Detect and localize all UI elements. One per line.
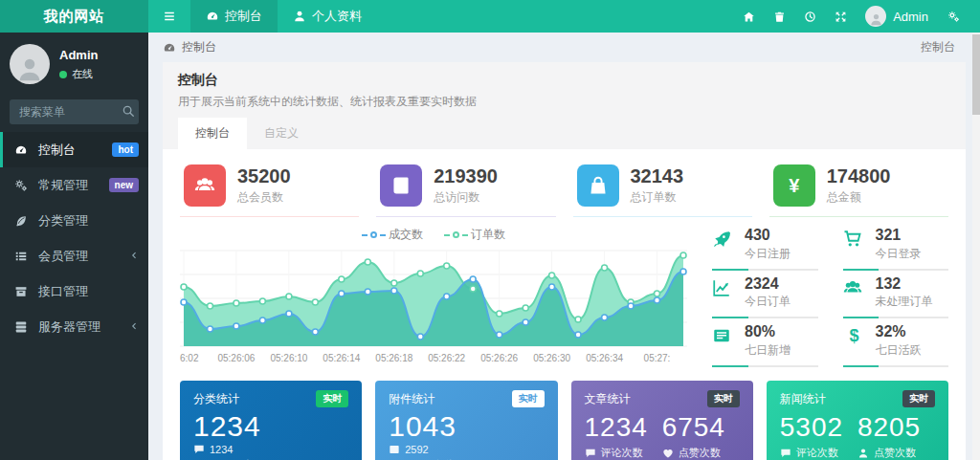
- mini-stat-inner: 132未处理订单: [843, 275, 949, 311]
- bottom-card-header: 新闻统计实时: [780, 390, 935, 407]
- comment-icon: [780, 448, 791, 459]
- realtime-badge: 实时: [512, 390, 545, 407]
- middle-row: 成交数订单数 6:0205:26:0605:26:1005:26:1405:26…: [180, 227, 948, 367]
- bottom-card-value: 8205: [858, 413, 935, 441]
- sidebar-item[interactable]: 服务器管理: [0, 309, 148, 344]
- brand-title: 我的网站: [0, 0, 148, 33]
- breadcrumb-left[interactable]: 控制台: [182, 39, 216, 55]
- sidebar-user-status: 在线: [59, 67, 98, 81]
- sidebar-item[interactable]: 分类管理: [0, 203, 148, 238]
- mini-stat-inner: 2324今日订单: [712, 275, 818, 311]
- mini-stat: 80%七日新增: [712, 323, 818, 367]
- chevron-left-icon: [129, 319, 139, 334]
- expand-button[interactable]: [825, 0, 856, 33]
- sidebar-toggle-button[interactable]: [148, 0, 190, 33]
- legend-label: 订单数: [471, 227, 505, 243]
- dashboard-icon: [163, 41, 176, 55]
- sidebar-item[interactable]: 控制台hot: [0, 132, 148, 167]
- bottom-card-value: 1234: [193, 411, 348, 442]
- sidebar-menu: 控制台hot常规管理new分类管理会员管理接口管理服务器管理: [0, 132, 148, 344]
- mini-stat-divider: [712, 365, 818, 367]
- bottom-card: 文章统计实时1234评论次数6754点赞次数: [571, 381, 753, 460]
- stat-card-value: 174800: [827, 165, 891, 186]
- sidebar-item[interactable]: 会员管理: [0, 238, 148, 274]
- username[interactable]: Admin: [893, 10, 928, 24]
- avatar[interactable]: [865, 6, 886, 27]
- stat-card-value: 219390: [434, 165, 498, 186]
- bottom-cards-row: 分类统计实时12341234当前分类总记录数附件统计实时10432592当前上传…: [180, 381, 948, 460]
- chart-area: 成交数订单数 6:0205:26:0605:26:1005:26:1405:26…: [180, 227, 687, 367]
- search-input[interactable]: [10, 99, 139, 124]
- svg-text:05:26:26: 05:26:26: [480, 353, 518, 363]
- bottom-card: 新闻统计实时5302评论次数8205点赞次数: [767, 381, 948, 460]
- sidebar-badge: new: [109, 178, 139, 192]
- svg-text:05:26:30: 05:26:30: [533, 353, 570, 363]
- svg-text:05:26:10: 05:26:10: [270, 353, 307, 363]
- comment-icon: [585, 448, 596, 459]
- chevron-left-icon: [129, 249, 139, 263]
- stat-card-label: 总金额: [827, 189, 891, 206]
- mini-stat-label: 七日活跃: [876, 342, 922, 359]
- mini-stat-text: 80%七日新增: [745, 323, 791, 359]
- sidebar-avatar: [10, 44, 50, 84]
- navbar-item[interactable]: 控制台: [190, 0, 278, 33]
- page-title: 控制台: [178, 72, 950, 89]
- user-icon: [15, 55, 44, 84]
- navbar-item[interactable]: 个人资料: [278, 0, 377, 33]
- mini-stat-divider: [843, 269, 949, 271]
- history-button[interactable]: [794, 0, 825, 33]
- newspaper-icon: [712, 326, 735, 345]
- search-button[interactable]: [122, 104, 135, 118]
- bottom-card-column: 6754点赞次数: [662, 413, 740, 460]
- sidebar-item-label: 会员管理: [38, 248, 129, 265]
- mini-stat-label: 今日注册: [745, 246, 791, 262]
- scrollbar-thumb[interactable]: [972, 34, 980, 115]
- breadcrumb-right[interactable]: 控制台: [921, 39, 955, 55]
- mini-stat-icon-box: [843, 275, 866, 297]
- realtime-badge: 实时: [316, 390, 348, 407]
- tab-custom[interactable]: 自定义: [247, 118, 316, 149]
- mini-stat-icon-box: [712, 323, 735, 345]
- bag-icon: [588, 175, 609, 196]
- stat-card-text: 174800总金额: [827, 165, 891, 206]
- stat-card-value: 32143: [631, 165, 684, 186]
- home-button[interactable]: [733, 0, 764, 33]
- svg-text:05:26:34: 05:26:34: [586, 353, 623, 363]
- legend-item[interactable]: 成交数: [362, 227, 423, 243]
- online-status-dot: [59, 71, 67, 78]
- book-icon: [390, 175, 412, 196]
- mini-stats-grid: 430今日注册321今日登录2324今日订单132未处理订单80%七日新增$32…: [712, 227, 948, 367]
- bottom-card-title: 文章统计: [585, 391, 631, 407]
- legend-item[interactable]: 订单数: [444, 227, 505, 243]
- mini-stat-divider: [843, 317, 949, 318]
- mini-stat-icon-box: [712, 275, 735, 297]
- tab-console[interactable]: 控制台: [178, 118, 247, 149]
- settings-button[interactable]: [938, 0, 969, 33]
- mini-stat: 430今日注册: [712, 227, 818, 271]
- sidebar-item[interactable]: 常规管理new: [0, 167, 148, 203]
- stats-row: 35200总会员数219390总访问数32143总订单数¥174800总金额: [180, 161, 948, 217]
- mini-stat-icon-box: [843, 227, 866, 249]
- svg-text:05:26:06: 05:26:06: [217, 353, 255, 363]
- legend-label: 成交数: [389, 227, 423, 243]
- mini-stat-text: 430今日注册: [745, 227, 791, 262]
- mini-stat-value: 132: [876, 275, 933, 293]
- mini-stat-label: 七日新增: [745, 342, 791, 359]
- sidebar-item-label: 常规管理: [38, 177, 109, 194]
- trash-button[interactable]: [764, 0, 794, 33]
- comment-icon: [193, 444, 205, 455]
- panel-header: 控制台 用于展示当前系统中的统计数据、统计报表及重要实时数据 控制台自定义: [163, 62, 966, 149]
- stat-card-icon-box: ¥: [773, 164, 815, 207]
- console-panel: 控制台 用于展示当前系统中的统计数据、统计报表及重要实时数据 控制台自定义 35…: [163, 62, 966, 460]
- user-icon: [869, 12, 883, 27]
- bottom-card-metric-label: 评论次数: [780, 446, 858, 460]
- scrollbar[interactable]: [972, 33, 980, 460]
- online-status-label: 在线: [72, 67, 93, 81]
- panel-body: 35200总会员数219390总访问数32143总订单数¥174800总金额 成…: [163, 149, 966, 460]
- mini-stat-text: 132未处理订单: [876, 275, 933, 311]
- navbar-item-label: 个人资料: [312, 8, 362, 25]
- mini-stat-icon-box: $: [843, 323, 866, 346]
- sidebar-item[interactable]: 接口管理: [0, 274, 148, 309]
- bottom-card-subline: 1234: [193, 444, 348, 455]
- svg-text:6:02: 6:02: [180, 353, 199, 363]
